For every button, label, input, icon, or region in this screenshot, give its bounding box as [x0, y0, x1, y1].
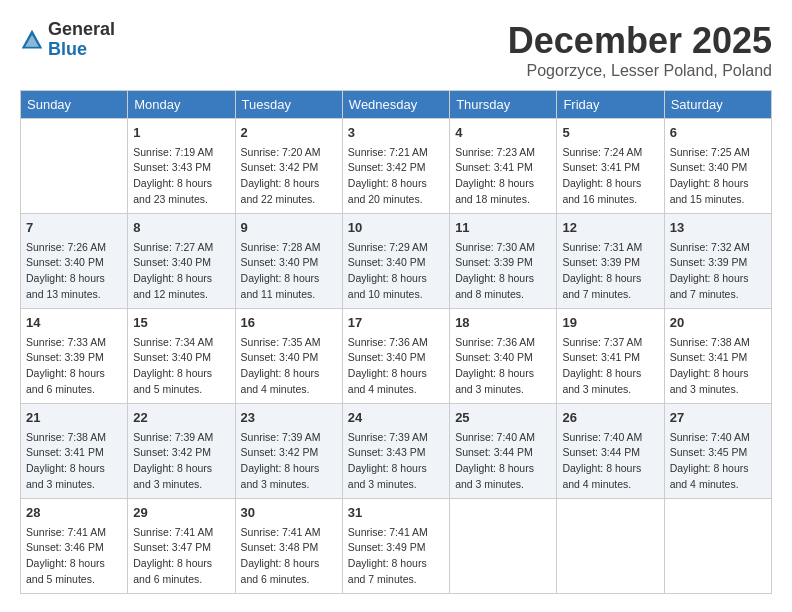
day-info-text: Sunrise: 7:40 AM: [562, 430, 658, 446]
day-info-text: Sunset: 3:41 PM: [455, 160, 551, 176]
day-info-text: and 20 minutes.: [348, 192, 444, 208]
day-info-text: Sunrise: 7:41 AM: [241, 525, 337, 541]
day-info-text: and 4 minutes.: [348, 382, 444, 398]
day-info-text: Sunrise: 7:34 AM: [133, 335, 229, 351]
day-info-text: Daylight: 8 hours: [241, 461, 337, 477]
day-info-text: and 3 minutes.: [348, 477, 444, 493]
day-info-text: Daylight: 8 hours: [562, 176, 658, 192]
day-info-text: Sunrise: 7:20 AM: [241, 145, 337, 161]
day-info-text: Sunset: 3:44 PM: [562, 445, 658, 461]
day-info-text: Sunrise: 7:32 AM: [670, 240, 766, 256]
day-number: 26: [562, 408, 658, 428]
day-number: 29: [133, 503, 229, 523]
day-info-text: and 22 minutes.: [241, 192, 337, 208]
day-number: 10: [348, 218, 444, 238]
day-info-text: Sunrise: 7:41 AM: [26, 525, 122, 541]
weekday-header-friday: Friday: [557, 91, 664, 119]
calendar-cell-week5-day5: [450, 499, 557, 594]
calendar-cell-week1-day6: 5Sunrise: 7:24 AMSunset: 3:41 PMDaylight…: [557, 119, 664, 214]
logo-blue-text: Blue: [48, 40, 115, 60]
logo: General Blue: [20, 20, 115, 60]
day-info-text: Sunrise: 7:24 AM: [562, 145, 658, 161]
day-number: 24: [348, 408, 444, 428]
calendar-cell-week2-day7: 13Sunrise: 7:32 AMSunset: 3:39 PMDayligh…: [664, 214, 771, 309]
title-block: December 2025 Pogorzyce, Lesser Poland, …: [508, 20, 772, 80]
day-number: 27: [670, 408, 766, 428]
day-info-text: Sunset: 3:46 PM: [26, 540, 122, 556]
day-info-text: and 7 minutes.: [348, 572, 444, 588]
day-info-text: Sunset: 3:40 PM: [348, 350, 444, 366]
calendar-cell-week5-day1: 28Sunrise: 7:41 AMSunset: 3:46 PMDayligh…: [21, 499, 128, 594]
day-info-text: Sunrise: 7:35 AM: [241, 335, 337, 351]
day-info-text: and 12 minutes.: [133, 287, 229, 303]
day-info-text: Sunset: 3:39 PM: [562, 255, 658, 271]
calendar-cell-week1-day3: 2Sunrise: 7:20 AMSunset: 3:42 PMDaylight…: [235, 119, 342, 214]
logo-icon: [20, 28, 44, 52]
day-number: 16: [241, 313, 337, 333]
day-info-text: Sunset: 3:40 PM: [455, 350, 551, 366]
day-info-text: and 4 minutes.: [670, 477, 766, 493]
day-info-text: Daylight: 8 hours: [670, 271, 766, 287]
calendar-cell-week4-day3: 23Sunrise: 7:39 AMSunset: 3:42 PMDayligh…: [235, 404, 342, 499]
day-number: 13: [670, 218, 766, 238]
day-info-text: and 3 minutes.: [670, 382, 766, 398]
day-number: 1: [133, 123, 229, 143]
day-info-text: Daylight: 8 hours: [670, 461, 766, 477]
calendar-body: 1Sunrise: 7:19 AMSunset: 3:43 PMDaylight…: [21, 119, 772, 594]
day-info-text: and 3 minutes.: [455, 477, 551, 493]
day-info-text: Daylight: 8 hours: [26, 271, 122, 287]
calendar-cell-week2-day1: 7Sunrise: 7:26 AMSunset: 3:40 PMDaylight…: [21, 214, 128, 309]
weekday-header-row: SundayMondayTuesdayWednesdayThursdayFrid…: [21, 91, 772, 119]
day-info-text: and 16 minutes.: [562, 192, 658, 208]
calendar-cell-week4-day2: 22Sunrise: 7:39 AMSunset: 3:42 PMDayligh…: [128, 404, 235, 499]
calendar-week-1: 1Sunrise: 7:19 AMSunset: 3:43 PMDaylight…: [21, 119, 772, 214]
calendar-cell-week5-day4: 31Sunrise: 7:41 AMSunset: 3:49 PMDayligh…: [342, 499, 449, 594]
calendar-week-5: 28Sunrise: 7:41 AMSunset: 3:46 PMDayligh…: [21, 499, 772, 594]
day-info-text: and 4 minutes.: [562, 477, 658, 493]
day-info-text: Sunrise: 7:26 AM: [26, 240, 122, 256]
calendar-week-3: 14Sunrise: 7:33 AMSunset: 3:39 PMDayligh…: [21, 309, 772, 404]
day-number: 20: [670, 313, 766, 333]
day-info-text: Sunrise: 7:39 AM: [133, 430, 229, 446]
day-info-text: Sunset: 3:42 PM: [241, 160, 337, 176]
day-info-text: Sunrise: 7:31 AM: [562, 240, 658, 256]
day-info-text: and 6 minutes.: [133, 572, 229, 588]
day-info-text: Sunset: 3:45 PM: [670, 445, 766, 461]
day-info-text: and 13 minutes.: [26, 287, 122, 303]
location-title: Pogorzyce, Lesser Poland, Poland: [508, 62, 772, 80]
calendar-cell-week4-day1: 21Sunrise: 7:38 AMSunset: 3:41 PMDayligh…: [21, 404, 128, 499]
calendar-cell-week4-day6: 26Sunrise: 7:40 AMSunset: 3:44 PMDayligh…: [557, 404, 664, 499]
day-info-text: Daylight: 8 hours: [455, 176, 551, 192]
day-info-text: Sunset: 3:42 PM: [133, 445, 229, 461]
day-info-text: Daylight: 8 hours: [670, 366, 766, 382]
day-number: 18: [455, 313, 551, 333]
day-number: 23: [241, 408, 337, 428]
day-number: 6: [670, 123, 766, 143]
day-info-text: and 7 minutes.: [562, 287, 658, 303]
day-info-text: Sunset: 3:41 PM: [562, 350, 658, 366]
day-number: 21: [26, 408, 122, 428]
calendar-cell-week1-day7: 6Sunrise: 7:25 AMSunset: 3:40 PMDaylight…: [664, 119, 771, 214]
calendar-cell-week1-day5: 4Sunrise: 7:23 AMSunset: 3:41 PMDaylight…: [450, 119, 557, 214]
day-info-text: Daylight: 8 hours: [26, 556, 122, 572]
calendar-table: SundayMondayTuesdayWednesdayThursdayFrid…: [20, 90, 772, 594]
day-info-text: Sunset: 3:47 PM: [133, 540, 229, 556]
day-number: 30: [241, 503, 337, 523]
day-info-text: and 3 minutes.: [133, 477, 229, 493]
page-header: General Blue December 2025 Pogorzyce, Le…: [20, 20, 772, 80]
calendar-cell-week2-day6: 12Sunrise: 7:31 AMSunset: 3:39 PMDayligh…: [557, 214, 664, 309]
calendar-cell-week1-day2: 1Sunrise: 7:19 AMSunset: 3:43 PMDaylight…: [128, 119, 235, 214]
day-info-text: Sunrise: 7:30 AM: [455, 240, 551, 256]
calendar-cell-week3-day7: 20Sunrise: 7:38 AMSunset: 3:41 PMDayligh…: [664, 309, 771, 404]
day-info-text: Daylight: 8 hours: [241, 176, 337, 192]
calendar-cell-week3-day2: 15Sunrise: 7:34 AMSunset: 3:40 PMDayligh…: [128, 309, 235, 404]
day-info-text: Sunset: 3:43 PM: [133, 160, 229, 176]
day-info-text: and 5 minutes.: [133, 382, 229, 398]
day-number: 3: [348, 123, 444, 143]
day-number: 8: [133, 218, 229, 238]
day-info-text: Sunset: 3:40 PM: [241, 255, 337, 271]
day-number: 7: [26, 218, 122, 238]
day-info-text: Daylight: 8 hours: [455, 271, 551, 287]
calendar-cell-week5-day2: 29Sunrise: 7:41 AMSunset: 3:47 PMDayligh…: [128, 499, 235, 594]
day-info-text: and 10 minutes.: [348, 287, 444, 303]
